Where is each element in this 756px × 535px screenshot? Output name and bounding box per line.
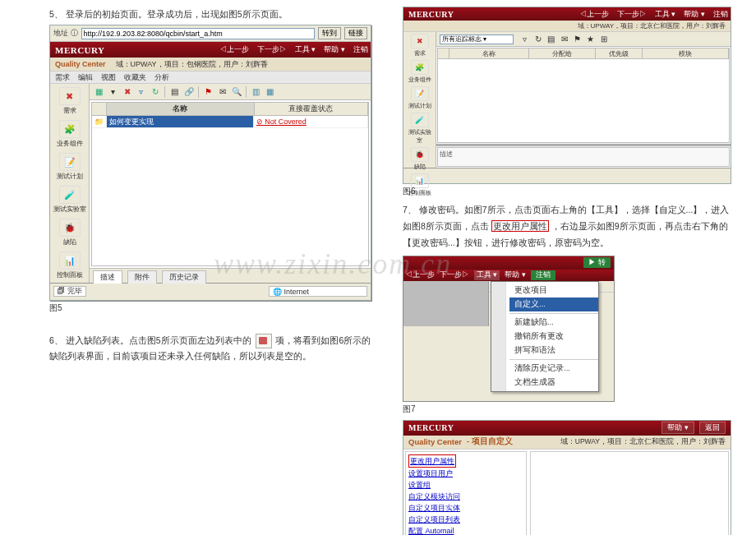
delete-icon[interactable]: ✖ xyxy=(121,85,133,98)
link-groups[interactable]: 设置组 xyxy=(408,479,523,491)
status-done: 🗐 完毕 xyxy=(53,286,86,297)
view2-icon[interactable]: ▦ xyxy=(264,85,276,98)
nav-help[interactable]: 帮助 ▾ xyxy=(681,9,708,20)
sidebar-item-testlab[interactable]: 🧪测试实验室 xyxy=(406,112,434,145)
nav-next[interactable]: 下一步▷ xyxy=(255,44,289,55)
tool-icon[interactable]: ▤ xyxy=(168,85,181,98)
brand-logo: MERCURY xyxy=(408,10,454,19)
refresh-icon[interactable]: ↻ xyxy=(149,85,161,98)
nav-next[interactable]: 下一步▷ xyxy=(615,9,649,20)
sidebar-label: 测试计划 xyxy=(57,173,83,180)
nav-logout[interactable]: 注销 xyxy=(351,44,371,55)
status-net: 🌐 Internet xyxy=(269,286,367,297)
requirements-grid: 名称 直接覆盖状态 📁 如何变更实现 ⊘ Not Covered xyxy=(91,102,369,266)
sidebar-item-requirements[interactable]: ✖需求 xyxy=(406,33,434,58)
grid-head-module[interactable]: 模块 xyxy=(643,48,729,58)
links-button[interactable]: 链接 xyxy=(344,27,367,39)
sidebar-item-dashboard[interactable]: 📊控制面板 xyxy=(53,250,86,281)
grid-header: 名称 分配给 优先级 模块 xyxy=(438,48,729,59)
separator-icon xyxy=(198,86,199,98)
qc-app-name: Quality Center xyxy=(408,437,462,446)
new-icon[interactable]: ▦ xyxy=(93,85,105,98)
table-row[interactable]: 📁 如何变更实现 ⊘ Not Covered xyxy=(92,116,368,128)
back-button[interactable]: 返回 xyxy=(699,422,726,434)
tab-history[interactable]: 历史记录 xyxy=(162,270,206,284)
nav-next[interactable]: 下一步▷ xyxy=(440,270,469,280)
qc-header: MERCURY ◁上一步 下一步▷ 工具 ▾ 帮助 ▾ 注销 xyxy=(403,7,731,21)
menu-gutter xyxy=(491,282,506,391)
nav-prev[interactable]: ◁上一步 xyxy=(577,9,611,20)
filter-icon[interactable]: ▿ xyxy=(135,85,147,98)
tab-attach[interactable]: 附件 xyxy=(127,270,157,284)
nav-logout[interactable]: 注销 xyxy=(531,270,555,280)
grid-head-name[interactable]: 名称 xyxy=(107,103,255,115)
link-project-lists[interactable]: 自定义项目列表 xyxy=(408,514,523,525)
sidebar-label: 缺陷 xyxy=(63,238,76,246)
link-automail[interactable]: 配置 Automail xyxy=(408,525,523,535)
grid-head-name[interactable]: 名称 xyxy=(449,48,529,58)
menu-customize[interactable]: 自定义... xyxy=(509,297,598,311)
nav-help[interactable]: 帮助 ▾ xyxy=(505,270,525,280)
sidebar-item-testlab[interactable]: 🧪测试实验室 xyxy=(53,184,86,215)
sidebar-item-components[interactable]: 🧩业务组件 xyxy=(53,118,86,150)
filter-tool-icon[interactable]: ▿ xyxy=(519,33,531,45)
sidebar-item-components[interactable]: 🧩业务组件 xyxy=(406,59,434,85)
refresh-icon[interactable]: ↻ xyxy=(532,33,544,45)
grid-head-status[interactable]: 直接覆盖状态 xyxy=(255,103,368,115)
view1-icon[interactable]: ▥ xyxy=(250,85,262,98)
flag-icon[interactable]: ⚑ xyxy=(202,85,214,98)
help-button[interactable]: 帮助 ▾ xyxy=(662,422,694,434)
nav-tools[interactable]: 工具 ▾ xyxy=(474,270,500,280)
link-icon[interactable]: 🔗 xyxy=(182,85,195,98)
nav-tools[interactable]: 工具 ▾ xyxy=(293,44,319,55)
right-column: MERCURY ◁上一步 下一步▷ 工具 ▾ 帮助 ▾ 注销 域：UPWAY，项… xyxy=(396,0,756,535)
sidebar-item-testplan[interactable]: 📝测试计划 xyxy=(406,85,434,111)
link-project-entities[interactable]: 自定义项目实体 xyxy=(408,502,523,514)
sidebar-item-testplan[interactable]: 📝测试计划 xyxy=(53,151,86,182)
menu-spelling[interactable]: 拼写和语法 xyxy=(509,344,598,357)
customization-detail xyxy=(530,451,729,535)
menu-view[interactable]: 视图 xyxy=(101,72,116,83)
link-change-user-props[interactable]: 更改用户属性 xyxy=(408,454,456,468)
sidebar-item-defects[interactable]: 🐞缺陷 xyxy=(406,146,434,172)
address-input[interactable] xyxy=(81,28,315,39)
splitter[interactable] xyxy=(436,144,731,146)
menu-undo-changes[interactable]: 撤销所有更改 xyxy=(509,330,598,344)
menu-new-defect[interactable]: 新建缺陷... xyxy=(509,316,598,330)
nav-prev[interactable]: ◁上一步 xyxy=(405,270,435,280)
menu-clear-history[interactable]: 清除历史记录... xyxy=(509,362,598,376)
grid-head-assign[interactable]: 分配给 xyxy=(529,48,596,58)
nav-tools[interactable]: 工具 ▾ xyxy=(652,9,679,20)
grid-head-priority[interactable]: 优先级 xyxy=(596,48,643,58)
go-button[interactable]: 转到 xyxy=(318,27,341,39)
menu-doc-generator[interactable]: 文档生成器 xyxy=(509,376,598,390)
link-project-users[interactable]: 设置项目用户 xyxy=(408,468,523,479)
menu-req[interactable]: 需求 xyxy=(55,72,70,83)
nav-logout[interactable]: 注销 xyxy=(711,9,731,20)
menu-fav[interactable]: 收藏夹 xyxy=(124,72,146,83)
grid-head-icon[interactable] xyxy=(92,103,107,115)
nav-prev[interactable]: ◁上一步 xyxy=(217,44,251,55)
menu-ana[interactable]: 分析 xyxy=(154,72,169,83)
view-tree-icon[interactable]: ⊞ xyxy=(597,33,610,45)
chevron-down-icon[interactable]: ▾ xyxy=(107,85,119,98)
flag-icon[interactable]: ⚑ xyxy=(571,33,583,45)
figure7-caption: 图7 xyxy=(403,404,731,415)
separator-icon xyxy=(164,86,165,98)
sidebar-item-defects[interactable]: 🐞缺陷 xyxy=(53,217,86,248)
go-icon[interactable]: ▶ 转 xyxy=(583,257,611,268)
favorite-icon[interactable]: ★ xyxy=(584,33,597,45)
sidebar-item-requirements[interactable]: ✖需求 xyxy=(53,85,86,117)
mail-icon[interactable]: ✉ xyxy=(216,85,228,98)
filter-input[interactable] xyxy=(440,35,514,44)
link-module-access[interactable]: 自定义模块访问 xyxy=(408,491,523,502)
grid-head-blank[interactable] xyxy=(438,48,449,58)
mail-icon[interactable]: ✉ xyxy=(558,33,570,45)
menu-edit[interactable]: 编辑 xyxy=(78,72,93,83)
nav-help[interactable]: 帮助 ▾ xyxy=(321,44,348,55)
sidebar-label: 控制面板 xyxy=(57,271,83,279)
tab-desc[interactable]: 描述 xyxy=(93,270,122,284)
menu-change-project[interactable]: 更改项目 xyxy=(509,284,598,297)
columns-icon[interactable]: ▤ xyxy=(545,33,557,45)
search-icon[interactable]: 🔍 xyxy=(230,85,242,98)
